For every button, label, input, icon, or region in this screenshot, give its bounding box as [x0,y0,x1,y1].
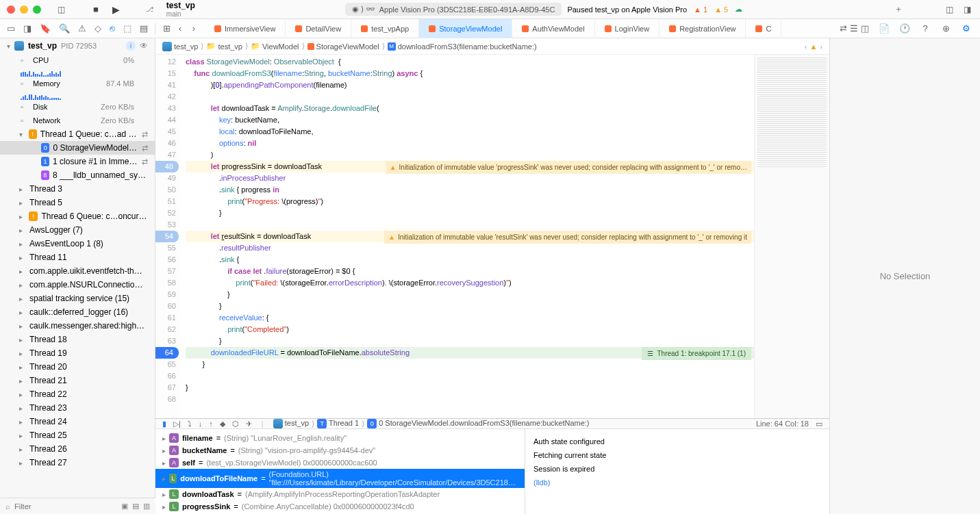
adjust-icon[interactable]: ⚙ [961,23,972,34]
scheme-selector[interactable]: ⎇ [146,5,154,13]
step-over-icon[interactable]: ⤵ [188,420,192,428]
disclosure-icon[interactable]: ▾ [7,42,10,50]
disclosure-icon[interactable]: ▸ [19,377,26,385]
disclosure-icon[interactable]: ▸ [19,432,26,439]
close-window-button[interactable] [7,5,15,14]
warning-indicator[interactable]: ▲ 5 [714,5,728,14]
disclosure-icon[interactable]: ▸ [162,491,166,498]
disclosure-icon[interactable]: ▸ [19,418,26,426]
disclosure-icon[interactable]: ▸ [19,268,26,275]
thread-item[interactable]: ▸AwsEventLoop 1 (8) [0,237,155,250]
disclosure-icon[interactable]: ▾ [19,131,25,138]
debug-crumb[interactable]: 0 0 StorageViewModel.downloadFromS3(file… [367,419,589,428]
thread-item[interactable]: ▾!Thread 1 Queue: c…ad (serial)⇄ [0,127,155,141]
file-tab[interactable]: test_vpApp [351,19,419,38]
related-items-icon[interactable]: ⊞ [161,23,172,34]
run-destination[interactable]: ◉ ⟩ 👓 Apple Vision Pro (3D5C218E-E8E0-49… [345,3,562,16]
thread-item[interactable]: ▸Thread 22 [0,387,155,401]
file-tab[interactable]: ImmersiveView [205,19,286,38]
step-into-icon[interactable]: ↓ [199,420,203,428]
breadcrumb-item[interactable]: test_vp [162,42,198,51]
thread-item[interactable]: ▸com.apple.uikit.eventfetch-th… [0,264,155,278]
add-tab-button[interactable]: ＋ [892,3,905,16]
disclosure-icon[interactable]: ▸ [19,254,26,261]
recent-files-icon[interactable]: ⇄ [838,23,849,34]
stop-button[interactable]: ■ [93,4,99,15]
disclosure-icon[interactable]: ▸ [162,503,166,511]
cloud-status-icon[interactable]: ☁ [735,5,742,14]
disclosure-icon[interactable]: ▸ [19,459,26,467]
disclosure-icon[interactable]: ▸ [19,363,26,371]
filter-option-2-icon[interactable]: ▤ [132,502,139,511]
next-issue-icon[interactable]: › [820,42,822,51]
thread-item[interactable]: ▸Thread 18 [0,333,155,346]
disclosure-icon[interactable]: ▸ [19,322,26,330]
editor-options-icon[interactable]: ▭ [816,420,822,428]
metric-row[interactable]: ▫NetworkZero KB/s [0,114,155,127]
disclosure-icon[interactable]: ▸ [19,240,26,248]
shuffle-icon[interactable]: ⇄ [142,157,148,166]
file-tab[interactable]: AuthViewModel [512,19,594,38]
jump-bar[interactable]: test_vp⟩📁 test_vp⟩📁 ViewModel⟩ StorageVi… [155,38,829,55]
thread-item[interactable]: ▸spatial tracking service (15) [0,292,155,305]
disclosure-icon[interactable]: ▸ [19,336,26,344]
disclosure-icon[interactable]: ▸ [19,281,26,289]
disclosure-icon[interactable]: ▸ [19,213,25,220]
thread-item[interactable]: ▸!Thread 6 Queue: c…oncurrent) [0,209,155,223]
thread-item[interactable]: ▸Thread 20 [0,360,155,374]
thread-item[interactable]: ▸AwsLogger (7) [0,223,155,237]
doc-icon[interactable]: 📄 [879,23,890,34]
debug-jump-bar[interactable]: test_vp ⟩ T Thread 1 ⟩ 0 0 StorageViewMo… [273,419,590,428]
error-indicator[interactable]: ▲ 1 [694,5,707,14]
thread-item[interactable]: ▸Thread 26 [0,442,155,456]
bookmark-icon[interactable]: 🔖 [40,23,51,34]
disclosure-icon[interactable]: ▸ [162,475,166,483]
variable-row[interactable]: ▸AbucketName = (String) "vision-pro-ampl… [155,444,525,457]
file-tab[interactable]: C [746,19,781,38]
zoom-window-button[interactable] [33,5,41,14]
console-view[interactable]: Auth state configuredFetching current st… [525,429,829,514]
thread-item[interactable]: ▸Thread 3 [0,182,155,196]
disclosure-icon[interactable]: ▸ [19,295,26,303]
thread-item[interactable]: ▸com.apple.NSURLConnectio… [0,278,155,292]
thread-item[interactable]: 88 ___lldb_unnamed_symbo… [0,168,155,182]
prev-issue-icon[interactable]: ‹ [805,42,807,51]
inline-warning[interactable]: ▲Initialization of immutable value 'prog… [386,161,751,174]
disclosure-icon[interactable]: ▸ [19,404,26,412]
variable-row[interactable]: ▸LdownloadTask = (Amplify.AmplifyInProce… [155,488,525,500]
report-icon[interactable]: ▤ [140,23,148,34]
test-icon[interactable]: ◇ [95,23,101,34]
debug-crumb[interactable]: test_vp [273,419,310,428]
debug-crumb[interactable]: T Thread 1 [317,419,359,428]
project-navigator-icon[interactable]: ▭ [7,23,15,34]
thread-item[interactable]: ▸Thread 25 [0,428,155,442]
variables-view[interactable]: ▸Afilename = (String) "LunarRover_Englis… [155,429,525,514]
thread-item[interactable]: ▸Thread 21 [0,374,155,387]
metric-row[interactable]: ▫CPU0% [0,53,155,67]
library-button[interactable]: ◫ [943,3,955,16]
disclosure-icon[interactable]: ▸ [19,391,26,398]
minimize-window-button[interactable] [20,5,28,14]
shuffle-icon[interactable]: ⇄ [142,144,148,153]
breakpoint-indicator[interactable]: ☰ Thread 1: breakpoint 17.1 (1) [642,347,751,360]
source-editor[interactable]: 1215414243444546474849505152535455565758… [155,55,829,418]
thread-item[interactable]: ▸caulk::deferred_logger (16) [0,305,155,319]
thread-item[interactable]: ▸Thread 19 [0,346,155,360]
variable-row[interactable]: ▸LprogressSink = (Combine.AnyCancellable… [155,500,525,513]
issues-icon[interactable]: ⚠ [78,23,86,34]
code-content[interactable]: class StorageViewModel: ObservableObject… [180,55,754,418]
view-debug-icon[interactable]: ◆ [220,420,225,428]
help-icon[interactable]: ? [920,23,931,34]
disclosure-icon[interactable]: ▸ [162,435,166,442]
disclosure-icon[interactable]: ▸ [19,185,26,193]
file-tab[interactable]: StorageViewModel [419,19,512,38]
thread-item[interactable]: 00 StorageViewModel.do…⇄ [0,141,155,155]
source-control-icon[interactable]: ◨ [23,23,32,34]
history-icon[interactable]: 🕐 [899,23,910,34]
step-out-icon[interactable]: ↑ [209,420,213,428]
disclosure-icon[interactable]: ▸ [19,199,26,207]
breadcrumb-item[interactable]: M downloadFromS3(filename:bucketName:) [388,42,537,51]
filter-option-3-icon[interactable]: ▥ [143,502,150,511]
minimap[interactable] [754,55,829,418]
process-header[interactable]: ▾ test_vp PID 72953 i 👁 [0,38,155,53]
